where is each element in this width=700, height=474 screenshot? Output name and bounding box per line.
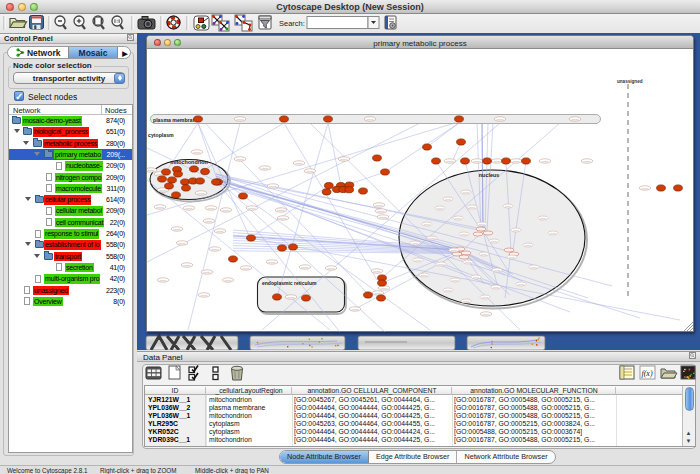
svg-text:endoplasmic reticulum: endoplasmic reticulum	[262, 280, 317, 286]
svg-text:f(x): f(x)	[641, 369, 652, 378]
svg-text:plasma membrane: plasma membrane	[153, 117, 199, 123]
svg-text:cytoplasm: cytoplasm	[148, 132, 174, 138]
svg-text:Search:: Search:	[279, 19, 305, 28]
svg-text:mitochondrion: mitochondrion	[170, 159, 208, 165]
svg-text:unassigned: unassigned	[617, 79, 643, 84]
svg-text:nucleus: nucleus	[479, 172, 499, 178]
